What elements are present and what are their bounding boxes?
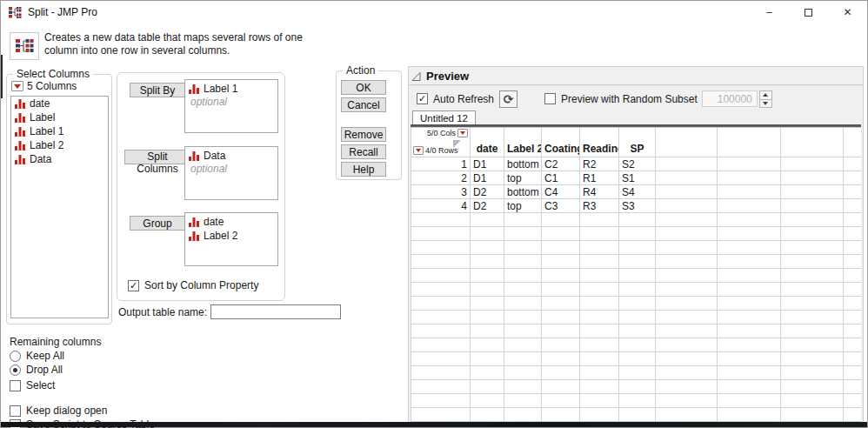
preview-table-body: 1 D1 bottom C2 R2 S2 2 D1 top C1 R1 xyxy=(411,157,862,424)
empty-table-row xyxy=(411,338,862,352)
preview-table: 5/0 Cols 4/0 Rows date xyxy=(411,124,861,423)
select-checkbox[interactable]: Select xyxy=(10,379,155,391)
spinner-up-button[interactable] xyxy=(759,90,772,99)
empty-table-row xyxy=(411,241,862,255)
cell: S2 xyxy=(619,157,656,171)
radio-unselected-icon[interactable] xyxy=(10,351,21,362)
cell: D2 xyxy=(471,199,504,213)
cell: bottom xyxy=(504,185,542,199)
list-item[interactable]: Label 2 xyxy=(189,229,277,243)
checkbox-unchecked-icon[interactable] xyxy=(10,405,21,417)
empty-table-row xyxy=(411,408,862,422)
empty-table-row xyxy=(411,297,862,311)
arrow-down-icon xyxy=(763,102,768,105)
preview-title[interactable]: Preview xyxy=(426,70,469,83)
list-item[interactable]: Label 2 xyxy=(11,138,108,152)
empty-column-header xyxy=(781,128,844,157)
empty-table-row xyxy=(411,352,862,366)
sort-by-column-property-checkbox[interactable]: ✓ Sort by Column Property xyxy=(128,279,258,291)
radio-selected-icon[interactable] xyxy=(10,364,21,376)
drop-all-radio[interactable]: Drop All xyxy=(10,364,155,376)
empty-table-row xyxy=(411,366,862,380)
background-window-sliver xyxy=(1,55,3,98)
group-list[interactable]: date Label 2 xyxy=(184,212,278,266)
empty-table-row xyxy=(411,227,862,241)
column-header[interactable]: SP xyxy=(619,128,656,157)
histogram-icon xyxy=(189,231,199,241)
cancel-button[interactable]: Cancel xyxy=(341,97,386,112)
title-bar: Split - JMP Pro – ✕ xyxy=(1,1,867,23)
row-number: 4 xyxy=(411,199,471,213)
rows-red-triangle-icon[interactable] xyxy=(413,146,424,155)
list-item[interactable]: Data xyxy=(11,152,108,166)
cell: R4 xyxy=(580,185,619,199)
maximize-button[interactable] xyxy=(789,1,828,23)
refresh-icon: ⟳ xyxy=(504,92,514,106)
split-columns-list[interactable]: Data optional xyxy=(184,146,278,200)
split-by-button[interactable]: Split By xyxy=(130,83,185,97)
cast-columns-group: Split By Label 1 optional Split Columns … xyxy=(117,72,285,301)
maximize-icon xyxy=(805,9,812,17)
source-columns-list[interactable]: date Label Label 1 Label 2 Data xyxy=(10,96,109,318)
action-group: Action OK Cancel Remove Recall Help xyxy=(336,70,402,180)
checkbox-unchecked-icon[interactable] xyxy=(10,380,21,391)
cell: top xyxy=(504,199,542,213)
empty-table-row xyxy=(411,311,862,324)
cell: R1 xyxy=(580,171,619,185)
cell: R2 xyxy=(580,157,619,171)
keep-dialog-open-checkbox[interactable]: Keep dialog open xyxy=(10,405,155,417)
table-row: 4 D2 top C3 R3 S3 xyxy=(411,199,862,213)
select-columns-group: Select Columns 5 Columns date Label Labe… xyxy=(6,74,112,324)
refresh-button[interactable]: ⟳ xyxy=(499,90,517,108)
dialog-description: Creates a new data table that maps sever… xyxy=(44,31,303,57)
keep-all-radio[interactable]: Keep All xyxy=(10,350,155,362)
red-triangle-icon[interactable] xyxy=(11,81,23,91)
split-illustration-icon xyxy=(10,32,39,60)
list-item[interactable]: Label 1 xyxy=(11,124,108,138)
list-item[interactable]: Label 1 xyxy=(189,82,277,96)
spinner-down-button[interactable] xyxy=(759,99,772,108)
ok-button[interactable]: OK xyxy=(341,80,386,95)
list-item[interactable]: date xyxy=(11,97,108,110)
split-columns-button[interactable]: Split Columns xyxy=(124,150,190,164)
histogram-icon xyxy=(189,84,199,94)
split-dialog-window: Split - JMP Pro – ✕ Creates a new data t… xyxy=(0,0,868,428)
table-row: 2 D1 top C1 R1 S1 xyxy=(411,171,862,185)
close-button[interactable]: ✕ xyxy=(828,1,867,23)
table-row: 3 D2 bottom C4 R4 S4 xyxy=(411,185,862,199)
checkbox-checked-icon[interactable]: ✓ xyxy=(128,280,139,291)
columns-count-label: 5 Columns xyxy=(27,80,77,92)
disclosure-triangle-icon[interactable] xyxy=(411,71,422,82)
recall-button[interactable]: Recall xyxy=(341,144,386,159)
output-table-name-input[interactable] xyxy=(210,304,341,319)
random-subset-checkbox[interactable] xyxy=(544,93,556,104)
auto-refresh-checkbox[interactable]: ✓ xyxy=(417,93,428,104)
column-header[interactable]: date xyxy=(471,128,504,157)
column-header[interactable]: Reading xyxy=(580,128,619,157)
split-by-list[interactable]: Label 1 optional xyxy=(184,79,278,133)
columns-red-triangle-icon[interactable] xyxy=(457,129,468,137)
help-button[interactable]: Help xyxy=(341,162,386,177)
subset-size-input[interactable] xyxy=(702,90,758,107)
empty-column-header xyxy=(718,128,781,157)
empty-table-row xyxy=(411,269,862,283)
table-corner-cell: 5/0 Cols 4/0 Rows xyxy=(411,128,471,157)
cell: R3 xyxy=(580,199,619,213)
window-title: Split - JMP Pro xyxy=(28,6,97,18)
column-header[interactable]: Coating xyxy=(542,128,580,157)
column-header[interactable]: Label 2 xyxy=(504,128,542,157)
cell: C1 xyxy=(542,171,580,185)
remove-button[interactable]: Remove xyxy=(341,127,386,142)
columns-menu[interactable]: 5 Columns xyxy=(11,80,77,92)
row-number: 2 xyxy=(411,171,471,185)
list-item[interactable]: date xyxy=(189,215,277,229)
cols-count-badge: 5/0 Cols xyxy=(427,129,456,137)
histogram-icon xyxy=(15,126,25,137)
list-item[interactable]: Data xyxy=(189,149,277,163)
minimize-button[interactable]: – xyxy=(750,1,789,23)
row-number: 3 xyxy=(411,185,471,199)
empty-table-row xyxy=(411,394,862,408)
list-item[interactable]: Label xyxy=(11,110,108,124)
empty-table-row xyxy=(411,283,862,297)
group-button[interactable]: Group xyxy=(130,216,185,231)
